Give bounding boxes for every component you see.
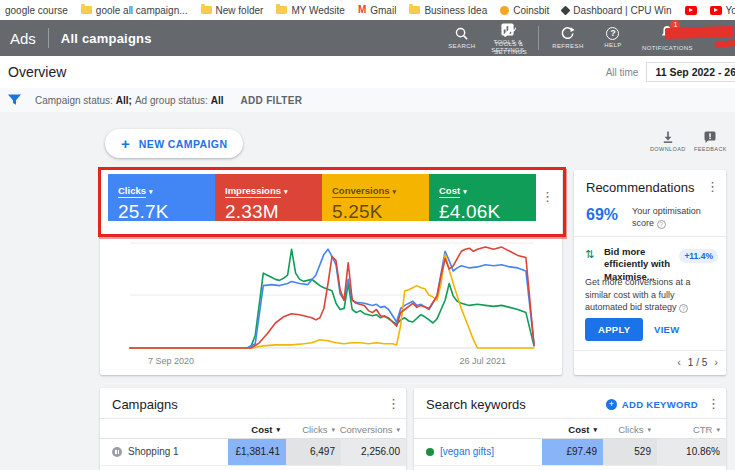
folder-icon — [409, 6, 420, 14]
metric-tiles: Clicks▾ 25.7K Impressions▾ 2.33M Convers… — [108, 174, 536, 221]
campaign-status-value[interactable]: All; — [116, 95, 132, 106]
new-campaign-button[interactable]: + NEW CAMPAIGN — [105, 129, 243, 158]
bookmark-business-idea[interactable]: Business Idea — [409, 5, 487, 16]
folder-icon — [201, 6, 212, 14]
folder-icon — [276, 6, 287, 14]
date-range-preset-label: All time — [606, 67, 639, 78]
sort-caret-icon: ▾ — [331, 426, 335, 434]
performance-trend-chart — [122, 242, 542, 352]
column-header-cost[interactable]: Cost▾ — [542, 419, 603, 440]
bookmark-gmail[interactable]: MGmail — [358, 5, 396, 16]
ads-top-navbar: Ads All campaigns SEARCH TOOLS & SETTING… — [0, 20, 735, 56]
account-context-label[interactable]: All campaigns — [61, 31, 152, 46]
keyword-row[interactable]: [vegan gifts] £97.49 529 10.86% — [414, 439, 726, 466]
recommendation-item-body: Get more conversions at a similar cost w… — [585, 276, 717, 314]
bookmark-label: Gmail — [370, 5, 396, 16]
add-filter-button[interactable]: ADD FILTER — [241, 95, 303, 106]
add-keyword-button[interactable]: + ADD KEYWORD — [606, 399, 698, 410]
keywords-menu-button[interactable]: ⋮ — [707, 397, 720, 410]
uplift-badge: +11.4% — [679, 249, 718, 263]
bookmark-my-wedsite[interactable]: MY Wedsite — [276, 5, 345, 16]
column-header-clicks[interactable]: Clicks▾ — [603, 419, 657, 440]
sort-caret-icon: ▾ — [396, 426, 400, 434]
metric-tile-clicks[interactable]: Clicks▾ 25.7K — [108, 174, 215, 221]
keyword-name-cell[interactable]: [vegan gifts] — [414, 439, 542, 465]
ads-logo[interactable]: Ads — [10, 30, 36, 47]
chevron-down-icon[interactable]: ▾ — [463, 188, 467, 196]
search-keywords-card: Search keywords + ADD KEYWORD ⋮ Cost▾ Cl… — [414, 388, 726, 470]
apply-button[interactable]: APPLY — [585, 318, 643, 341]
date-range-picker[interactable]: 11 Sep 2022 - 26 — [646, 62, 735, 82]
chevron-down-icon[interactable]: ▾ — [149, 188, 153, 196]
column-header-cost[interactable]: Cost▾ — [228, 419, 286, 440]
nav-item-label: HELP — [604, 42, 621, 50]
bookmark-dashboard-cpu-win[interactable]: Dashboard | CPU Win — [562, 5, 671, 16]
download-label: DOWNLOAD — [650, 146, 686, 152]
metric-label: Cost — [439, 185, 460, 198]
chevron-left-icon[interactable]: ‹ — [677, 356, 681, 368]
optimisation-score-label: Your optimisation score ? — [632, 206, 720, 229]
add-keyword-label: ADD KEYWORD — [622, 399, 698, 410]
tools-and-settings-button[interactable]: TOOLS & SETTINGS — [493, 24, 525, 56]
download-button[interactable]: DOWNLOAD — [650, 130, 686, 152]
bookmark-new-folder[interactable]: New folder — [201, 5, 264, 16]
column-header-ctr[interactable]: CTR▾ — [657, 419, 726, 440]
campaigns-title: Campaigns — [112, 397, 178, 412]
overview-header-bar: Overview All time 11 Sep 2022 - 26 — [0, 56, 735, 89]
search-keywords-title: Search keywords — [426, 397, 526, 412]
bookmark-google-course[interactable]: google course — [5, 5, 68, 16]
keyword-ctr-cell: 10.86% — [657, 439, 726, 465]
metric-label: Clicks — [118, 185, 146, 198]
bookmark-coinsbit[interactable]: Coinsbit — [500, 5, 549, 16]
chart-card-menu-button[interactable]: ⋮ — [541, 190, 554, 203]
x-axis-start-label: 7 Sep 2020 — [148, 356, 194, 366]
campaign-clicks-cell: 6,497 — [286, 439, 341, 465]
runner-icon — [561, 5, 571, 15]
sort-caret-icon: ▾ — [593, 426, 597, 434]
filter-funnel-icon — [8, 94, 21, 106]
metric-value: 25.7K — [118, 201, 205, 223]
campaigns-menu-button[interactable]: ⋮ — [387, 397, 400, 410]
metric-tile-conversions[interactable]: Conversions▾ 5.25K — [322, 174, 429, 221]
metric-tile-impressions[interactable]: Impressions▾ 2.33M — [215, 174, 322, 221]
keyword-link[interactable]: [vegan gifts] — [440, 439, 494, 465]
bookmark-goole-all-campaign[interactable]: goole all campaign... — [81, 5, 188, 16]
help-button[interactable]: ? HELP — [597, 27, 629, 50]
bidding-arrows-icon: ⇅ — [585, 248, 594, 261]
search-button[interactable]: SEARCH — [446, 26, 478, 51]
recommendations-menu-button[interactable]: ⋮ — [706, 180, 719, 193]
browser-bookmarks-bar: google course goole all campaign... New … — [0, 0, 735, 20]
view-button[interactable]: VIEW — [654, 324, 679, 335]
column-header-conversions[interactable]: Conversions▾ — [341, 419, 406, 440]
bookmark-youtube-1[interactable] — [685, 6, 697, 15]
campaign-name-cell[interactable]: Shopping 1 — [100, 439, 228, 465]
sort-caret-icon: ▾ — [716, 426, 720, 434]
metric-label: Impressions — [225, 185, 281, 198]
divider — [574, 236, 726, 237]
bookmark-youtube-2[interactable]: YouTube — [710, 5, 735, 16]
navbar-divider — [48, 28, 49, 48]
feedback-button[interactable]: FEEDBACK — [694, 130, 727, 152]
column-label: CTR — [693, 424, 713, 435]
campaign-name[interactable]: Shopping 1 — [128, 439, 179, 465]
adgroup-status-value[interactable]: All — [211, 95, 224, 106]
bookmark-label: Coinsbit — [513, 5, 549, 16]
info-icon[interactable]: ? — [657, 220, 666, 229]
info-icon[interactable]: ? — [679, 304, 688, 313]
metric-tile-cost[interactable]: Cost▾ £4.06K — [429, 174, 536, 221]
bookmark-label: Business Idea — [424, 5, 487, 16]
chevron-down-icon[interactable]: ▾ — [393, 188, 397, 196]
column-label: Conversions — [340, 424, 393, 435]
metric-label: Conversions — [332, 185, 390, 198]
score-label-text: Your optimisation score — [632, 206, 701, 228]
pager-position: 1 / 5 — [688, 357, 707, 368]
chevron-down-icon[interactable]: ▾ — [284, 188, 288, 196]
paused-status-icon — [112, 447, 122, 457]
recommendations-title: Recommendations — [586, 180, 694, 195]
column-header-clicks[interactable]: Clicks▾ — [286, 419, 341, 440]
refresh-button[interactable]: REFRESH — [552, 26, 584, 51]
gmail-icon: M — [358, 5, 366, 15]
campaign-row[interactable]: Shopping 1 £1,381.41 6,497 2,256.00 — [100, 439, 406, 466]
chevron-right-icon[interactable]: › — [714, 356, 718, 368]
campaign-conversions-cell: 2,256.00 — [341, 439, 406, 465]
